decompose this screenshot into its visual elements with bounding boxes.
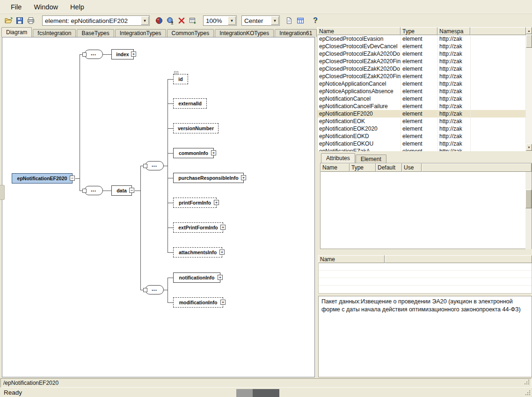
column-header-name[interactable]: Name <box>318 255 385 263</box>
expand-icon[interactable]: + <box>131 51 136 57</box>
column-header-namespace[interactable]: Namespa <box>437 27 470 35</box>
table-row[interactable]: epClosedProtocolEZakA2020Do element http… <box>318 50 526 58</box>
diagram-node-data[interactable]: data − <box>111 185 132 196</box>
attributes-tab[interactable]: Element <box>356 154 386 163</box>
empty-row[interactable] <box>319 263 532 271</box>
column-header-default[interactable]: Default <box>376 163 402 172</box>
diagram-node-index[interactable]: index + <box>111 49 134 59</box>
scrollbar-thumb[interactable] <box>525 190 532 208</box>
documentation-box[interactable]: Пакет данных:Извещение о проведении ЭА20… <box>318 296 532 377</box>
table-row[interactable]: epClosedProtocolEvDevCancel element http… <box>318 43 526 50</box>
collapse-icon[interactable] <box>82 189 87 193</box>
scroll-down-icon[interactable]: ▼ <box>526 144 532 151</box>
column-header-type[interactable]: Type <box>350 163 376 172</box>
document-icon[interactable] <box>284 15 295 26</box>
globe-icon[interactable] <box>153 15 165 26</box>
attributes-tab[interactable]: Attributes <box>321 153 355 163</box>
collapse-icon[interactable]: − <box>70 176 75 181</box>
table-row[interactable]: epNoticeApplicationCancel element http:/… <box>318 80 526 88</box>
delete-icon[interactable] <box>176 15 187 26</box>
resize-grip[interactable] <box>528 383 529 384</box>
column-header-use[interactable]: Use <box>402 163 422 172</box>
schema-tab[interactable]: CommonTypes <box>167 29 214 37</box>
save-icon[interactable] <box>14 15 25 26</box>
align-combobox[interactable]: Center ▼ <box>241 15 280 26</box>
sequence-indicator[interactable]: ••• <box>84 186 103 195</box>
chevron-down-icon[interactable]: ▼ <box>271 16 279 25</box>
expand-icon[interactable]: + <box>220 225 226 230</box>
diagram-node-commonInfo[interactable]: commonInfo + <box>173 148 214 158</box>
diagram-node-id[interactable]: id <box>173 74 188 84</box>
collapse-icon[interactable] <box>143 288 147 292</box>
sequence-indicator[interactable]: ••• <box>145 285 164 294</box>
scroll-up-icon[interactable]: ▲ <box>526 27 532 34</box>
globe-user-icon[interactable] <box>165 15 176 26</box>
diagram-canvas[interactable]: epNotificationEF2020 − ••• index + ••• d… <box>2 37 315 377</box>
column-header-type[interactable]: Type <box>401 27 437 35</box>
diagram-node-purchaseResponsibleInfo[interactable]: purchaseResponsibleInfo + <box>173 173 244 183</box>
empty-row[interactable] <box>319 271 532 278</box>
help-icon[interactable]: ? <box>310 15 321 26</box>
diagram-node-extPrintFormInfo[interactable]: extPrintFormInfo + <box>173 222 223 233</box>
menu-window[interactable]: Window <box>28 1 64 13</box>
menu-help[interactable]: Help <box>64 1 90 13</box>
open-icon[interactable] <box>3 15 14 26</box>
cell-name: epNotificationEF2020 <box>318 110 401 118</box>
diagram-node-modificationInfo[interactable]: modificationInfo + <box>173 297 223 308</box>
table-row[interactable]: epClosedProtocolEZakK2020Do element http… <box>318 65 526 73</box>
schema-tab[interactable]: BaseTypes <box>77 29 114 37</box>
diagram-node-root[interactable]: epNotificationEF2020 − <box>12 173 73 184</box>
expand-icon[interactable]: + <box>218 275 223 280</box>
table-row[interactable]: epNotificationEOK element http://zak <box>318 118 526 125</box>
table-row[interactable]: epNotificationEOKOU element http://zak <box>318 140 526 147</box>
schema-tab[interactable]: fcsIntegration <box>33 29 76 37</box>
table-row[interactable]: epNotificationEF2020 element http://zak <box>318 110 526 118</box>
diagram-node-printFormInfo[interactable]: printFormInfo + <box>173 198 217 208</box>
schema-tab[interactable]: Integration61 <box>275 29 317 37</box>
attributes-scrollbar[interactable] <box>525 172 532 249</box>
expand-icon[interactable]: + <box>241 175 246 180</box>
expand-icon[interactable]: + <box>219 250 225 255</box>
expand-icon[interactable]: + <box>214 200 219 205</box>
expand-icon[interactable]: + <box>220 300 226 305</box>
column-header-name[interactable]: Name <box>317 27 401 35</box>
collapse-icon[interactable] <box>143 164 147 168</box>
diagram-node-externalId[interactable]: externalId <box>173 98 207 109</box>
cell-namespace: http://zak <box>438 147 471 151</box>
schema-tab[interactable]: Diagram <box>1 27 32 37</box>
empty-row[interactable] <box>319 278 532 286</box>
table-row[interactable]: epNotificationEOKD element http://zak <box>318 132 526 140</box>
column-header-name[interactable]: Name <box>321 163 350 172</box>
menu-file[interactable]: File <box>5 1 28 13</box>
elements-scrollbar[interactable]: ▲ ▼ <box>526 27 532 151</box>
cell-type: element <box>401 73 438 80</box>
table-row[interactable]: epClosedProtocolEZakK2020Fin element htt… <box>318 73 526 80</box>
schema-tab[interactable]: IntegrationTypes <box>115 29 166 37</box>
diagram-node-notificationInfo[interactable]: notificationInfo + <box>173 272 220 283</box>
expand-icon[interactable]: + <box>211 150 216 155</box>
table-row[interactable]: epNotificationEZakA element http://zak <box>318 147 526 151</box>
diagram-node-attachmentsInfo[interactable]: attachmentsInfo + <box>173 247 222 257</box>
zoom-combobox[interactable]: 100% ▼ <box>203 15 237 26</box>
export-table-icon[interactable] <box>187 15 198 26</box>
resize-grip[interactable] <box>529 394 530 395</box>
table-row[interactable]: epNotificationCancel element http://zak <box>318 95 526 103</box>
scrollbar-thumb[interactable] <box>526 35 532 48</box>
sequence-indicator[interactable]: ••• <box>84 50 103 59</box>
table-row[interactable]: epNotificationEOK2020 element http://zak <box>318 125 526 132</box>
table-row[interactable]: epNoticeApplicationsAbsence element http… <box>318 88 526 95</box>
chevron-down-icon[interactable]: ▼ <box>141 16 149 25</box>
element-combobox[interactable]: element: epNotificationEF202 ▼ <box>42 15 150 26</box>
table-row[interactable]: epClosedProtocolEvasion element http://z… <box>318 35 526 43</box>
panel-collapse-handle[interactable] <box>0 185 5 200</box>
table-row[interactable]: epClosedProtocolEZakA2020Fin element htt… <box>318 58 526 65</box>
diagram-node-versionNumber[interactable]: versionNumber <box>173 123 219 133</box>
table-row[interactable]: epNotificationCancelFailure element http… <box>318 103 526 110</box>
sequence-indicator[interactable]: ••• <box>145 161 164 170</box>
collapse-icon[interactable]: − <box>129 188 134 193</box>
collapse-icon[interactable] <box>82 52 87 57</box>
schema-tab[interactable]: IntegrationKOTypes <box>215 29 274 37</box>
print-icon[interactable] <box>25 15 36 26</box>
grid-view-icon[interactable] <box>295 15 306 26</box>
chevron-down-icon[interactable]: ▼ <box>228 16 236 25</box>
